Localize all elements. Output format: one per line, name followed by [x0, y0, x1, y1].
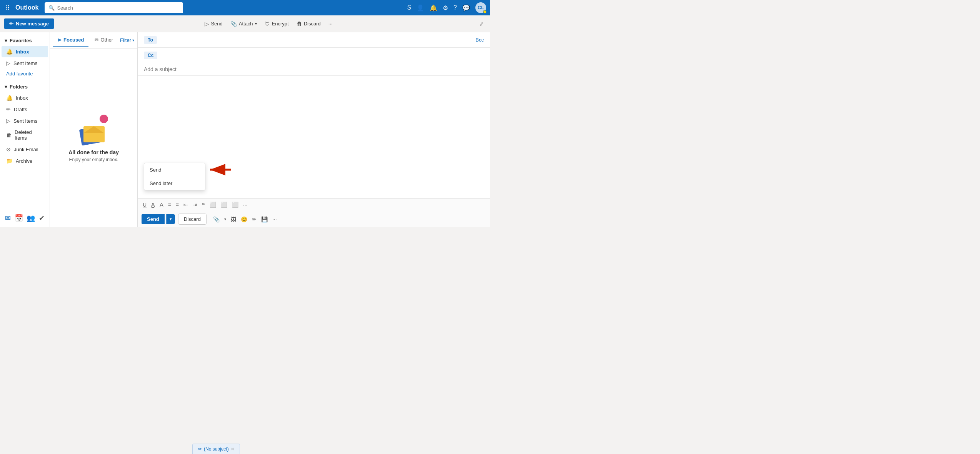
compose-send-dropdown-button[interactable]: ▾ — [166, 214, 175, 224]
compose-image-button[interactable]: 🖼 — [229, 215, 238, 224]
help-icon[interactable]: ? — [453, 4, 457, 11]
compose-send-button[interactable]: Send — [142, 214, 165, 224]
empty-inbox: All done for the day Enjoy your empty in… — [50, 48, 137, 227]
arrow-svg — [206, 163, 233, 177]
search-input[interactable] — [57, 5, 179, 11]
attach-chevron-icon: ▾ — [255, 22, 257, 26]
inbox-folder-icon: 🔔 — [6, 95, 13, 101]
filter-chevron-icon: ▾ — [132, 38, 134, 42]
align-left-button[interactable]: ⬜ — [208, 200, 218, 209]
send-now-option[interactable]: Send — [144, 163, 205, 177]
search-bar[interactable]: 🔍 — [45, 2, 183, 13]
numbering-button[interactable]: ≡ — [174, 200, 181, 209]
subject-input[interactable] — [138, 63, 490, 76]
filter-button[interactable]: Filter ▾ — [120, 37, 134, 43]
more-button[interactable]: ··· — [325, 19, 336, 28]
waffle-icon[interactable]: ⠿ — [4, 3, 12, 13]
folders-section: ▾ Folders 🔔 Inbox ✏ Drafts ▷ Sent Items … — [0, 80, 50, 168]
junk-icon: ⊘ — [6, 146, 11, 152]
tasks-nav-icon[interactable]: ✔ — [37, 212, 46, 224]
sidebar-item-drafts[interactable]: ✏ Drafts — [2, 103, 48, 115]
topbar-right: S 👤 🔔 ⚙ ? 💬 CL — [407, 2, 486, 13]
compose-discard-button[interactable]: Discard — [178, 214, 207, 225]
new-message-button[interactable]: ✏ New message — [4, 18, 54, 29]
add-favorite-link[interactable]: Add favorite — [2, 69, 48, 78]
quote-button[interactable]: ❝ — [200, 200, 207, 209]
topbar: ⠿ Outlook 🔍 S 👤 🔔 ⚙ ? 💬 CL — [0, 0, 490, 15]
send-icon: ▷ — [205, 21, 209, 27]
encrypt-button[interactable]: 🛡 Encrypt — [262, 19, 292, 29]
align-center-button[interactable]: ⬜ — [219, 200, 229, 209]
bcc-link[interactable]: Bcc — [475, 37, 484, 43]
tab-other[interactable]: ✉ Other — [90, 34, 118, 47]
avatar[interactable]: CL — [475, 2, 486, 13]
focused-icon: ⊳ — [58, 37, 62, 43]
envelope-dot — [100, 115, 108, 123]
folders-header[interactable]: ▾ Folders — [0, 82, 50, 92]
send-later-option[interactable]: Send later — [144, 177, 205, 190]
avatar-status-dot — [483, 10, 487, 13]
attach-button[interactable]: 📎 Attach ▾ — [227, 19, 260, 29]
sidebar-item-archive[interactable]: 📁 Archive — [2, 155, 48, 167]
expand-button[interactable]: ⤢ — [477, 19, 486, 28]
to-field-row: To Bcc — [138, 32, 490, 48]
sidebar-item-sent-favorites[interactable]: ▷ Sent Items — [2, 57, 48, 69]
compose-more-button[interactable]: ··· — [270, 215, 279, 224]
envelope-illustration — [77, 113, 111, 144]
compose-save-button[interactable]: 💾 — [259, 215, 270, 224]
feedback-icon[interactable]: 💬 — [462, 4, 470, 12]
bullets-button[interactable]: ≡ — [166, 200, 173, 209]
toolbar-left: ✏ New message — [4, 18, 54, 29]
new-message-icon: ✏ — [9, 21, 13, 27]
favorites-header[interactable]: ▾ Favorites — [0, 35, 50, 46]
increase-indent-button[interactable]: ⇥ — [191, 200, 199, 209]
to-label: To — [144, 36, 157, 44]
encrypt-icon: 🛡 — [265, 21, 270, 27]
compose-emoji-button[interactable]: 😊 — [239, 215, 249, 224]
sidebar-item-sent[interactable]: ▷ Sent Items — [2, 115, 48, 127]
font-color-button[interactable]: A — [158, 200, 165, 209]
to-input[interactable] — [161, 37, 476, 43]
skype-icon[interactable]: S — [407, 4, 411, 11]
mail-nav-icon[interactable]: ✉ — [3, 212, 12, 224]
tabs-row: ⊳ Focused ✉ Other Filter ▾ — [50, 32, 137, 48]
sidebar-bottom: ✉ 📅 👥 ✔ — [0, 209, 50, 227]
align-right-button[interactable]: ⬜ — [230, 200, 240, 209]
empty-inbox-title: All done for the day — [68, 149, 119, 155]
inbox-icon: 🔔 — [6, 48, 13, 55]
app-title: Outlook — [15, 4, 38, 11]
underline-button[interactable]: U — [141, 200, 148, 209]
favorites-section: ▾ Favorites 🔔 Inbox ▷ Sent Items Add fav… — [0, 34, 50, 80]
settings-icon[interactable]: ⚙ — [443, 4, 448, 12]
cc-input[interactable] — [161, 52, 484, 58]
cc-field-row: Cc — [138, 48, 490, 63]
sent-folder-icon: ▷ — [6, 118, 10, 124]
decrease-indent-button[interactable]: ⇤ — [182, 200, 190, 209]
secondary-toolbar: ✏ New message ▷ Send 📎 Attach ▾ 🛡 Encryp… — [0, 15, 490, 32]
red-arrow-annotation — [206, 163, 233, 178]
compose-attach-button[interactable]: 📎 — [211, 215, 222, 224]
sidebar-item-inbox-favorites[interactable]: 🔔 Inbox — [2, 46, 48, 57]
empty-inbox-subtitle: Enjoy your empty inbox. — [69, 157, 118, 162]
attach-icon: 📎 — [230, 21, 237, 27]
other-icon: ✉ — [95, 37, 98, 43]
compose-signature-button[interactable]: ✏ — [250, 215, 258, 224]
tab-focused[interactable]: ⊳ Focused — [53, 34, 88, 47]
people-nav-icon[interactable]: 👥 — [25, 212, 37, 224]
send-button[interactable]: ▷ Send — [202, 19, 225, 29]
sidebar-item-inbox-folders[interactable]: 🔔 Inbox — [2, 92, 48, 103]
calendar-nav-icon[interactable]: 📅 — [13, 212, 25, 224]
highlight-button[interactable]: A̲ — [149, 200, 157, 209]
archive-icon: 📁 — [6, 158, 13, 164]
format-more-button[interactable]: ··· — [241, 200, 250, 209]
deleted-icon: 🗑 — [6, 132, 12, 138]
attach-chevron-small-button[interactable]: ▾ — [222, 215, 228, 223]
sidebar-item-deleted[interactable]: 🗑 Deleted Items — [2, 127, 48, 144]
sidebar-item-junk[interactable]: ⊘ Junk Email — [2, 144, 48, 155]
discard-button[interactable]: 🗑 Discard — [293, 19, 324, 29]
search-icon: 🔍 — [48, 5, 55, 11]
contacts-icon[interactable]: 👤 — [417, 4, 424, 12]
format-toolbar: U A̲ A ≡ ≡ ⇤ ⇥ ❝ ⬜ ⬜ ⬜ ··· — [138, 198, 490, 211]
bell-icon[interactable]: 🔔 — [430, 4, 437, 12]
cc-label: Cc — [144, 52, 157, 59]
